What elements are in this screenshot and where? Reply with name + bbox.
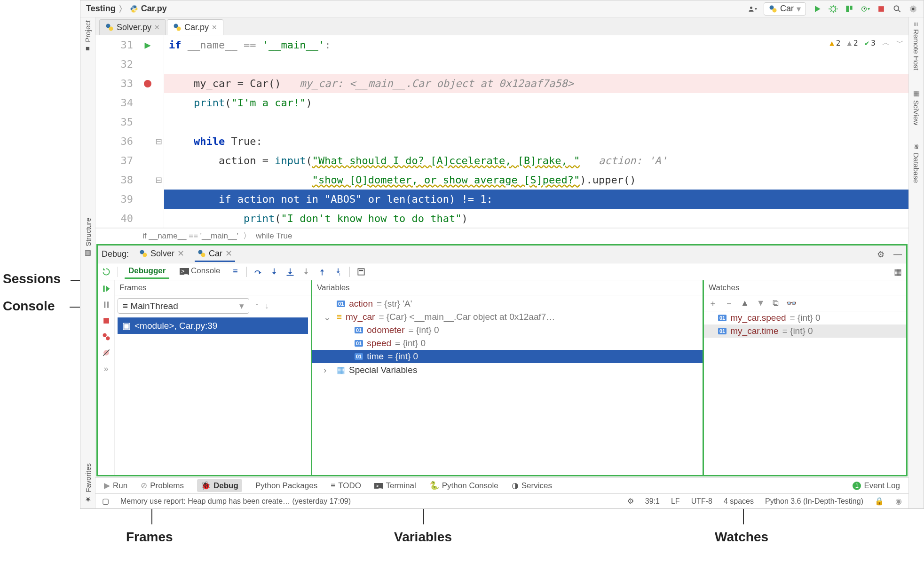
code-editor[interactable]: 31 32 33 34 35 36 37 38 39 40 ▶ (95, 35, 908, 228)
close-icon[interactable]: ✕ (177, 248, 184, 259)
debug-icon[interactable] (829, 4, 838, 14)
code-area[interactable]: if __name__ == '__main__': my_car = Car(… (164, 35, 908, 228)
prev-highlight-icon[interactable]: ︿ (882, 38, 890, 48)
gear-icon[interactable] (908, 4, 918, 14)
threads-icon[interactable]: ≡ (230, 267, 240, 277)
status-encoding[interactable]: UTF-8 (691, 497, 712, 506)
next-frame-icon[interactable]: ↓ (265, 301, 269, 311)
svg-point-16 (201, 253, 205, 257)
tool-todo[interactable]: ≡TODO (331, 481, 361, 491)
run-icon[interactable] (813, 4, 822, 14)
rerun-icon[interactable] (102, 267, 111, 277)
gear-icon[interactable]: ⚙ (876, 250, 885, 259)
status-indent[interactable]: 4 spaces (724, 497, 754, 506)
breakpoint-gutter[interactable]: ▶ (142, 35, 154, 228)
tool-event-log[interactable]: 1Event Log (853, 481, 900, 491)
force-step-into-icon[interactable] (301, 267, 311, 277)
status-tool-icon[interactable]: ▢ (102, 497, 109, 506)
svg-text:I: I (340, 272, 340, 277)
coverage-icon[interactable] (845, 4, 854, 14)
close-icon[interactable]: ✕ (212, 24, 217, 31)
console-tab[interactable]: >_Console (176, 264, 224, 279)
pause-icon[interactable] (102, 300, 111, 309)
warning-icon: ▲ (829, 39, 834, 48)
step-into-my-icon[interactable] (285, 267, 295, 277)
breakpoint-icon[interactable] (144, 80, 151, 87)
tool-python-console[interactable]: 🐍Python Console (429, 481, 498, 491)
editor-tab-car[interactable]: Car.py ✕ (167, 19, 223, 35)
add-watch-icon[interactable]: ＋ (709, 298, 717, 309)
watch-row[interactable]: 01 my_car.speed = {int} 0 (704, 311, 906, 325)
layout-icon[interactable]: ▦ (893, 267, 902, 277)
remove-watch-icon[interactable]: － (725, 298, 733, 309)
variable-row[interactable]: › ▦ Special Variables (312, 363, 703, 377)
variable-row[interactable]: 01 speed = {int} 0 (312, 337, 703, 350)
stack-frame[interactable]: ▣ <module>, Car.py:39 (118, 317, 308, 334)
search-icon[interactable] (892, 4, 902, 14)
tool-run[interactable]: ▶Run (104, 481, 127, 491)
tool-database[interactable]: ≋Database (912, 144, 921, 183)
glasses-icon[interactable]: 👓 (786, 298, 797, 309)
breadcrumb-file[interactable]: Car.py (141, 4, 167, 14)
session-tab-solver[interactable]: Solver ✕ (136, 246, 187, 262)
code-breadcrumb[interactable]: if __name__ == '__main__'〉while True (95, 228, 908, 243)
next-highlight-icon[interactable]: ﹀ (896, 38, 904, 48)
copy-icon[interactable]: ⧉ (773, 298, 779, 308)
tool-remote-host[interactable]: ≡Remote Host (912, 22, 920, 70)
tool-structure[interactable]: ▥Structure (84, 218, 92, 258)
step-into-icon[interactable] (269, 267, 279, 277)
run-to-cursor-icon[interactable]: I (333, 267, 343, 277)
debugger-tab[interactable]: Debugger (125, 264, 169, 279)
thread-selector[interactable]: ≡ MainThread ▾ (118, 298, 249, 314)
status-message[interactable]: Memory use report: Heap dump has been cr… (120, 497, 351, 506)
user-icon[interactable]: ▾ (748, 4, 757, 14)
prev-frame-icon[interactable]: ↑ (255, 301, 259, 311)
fold-gutter[interactable]: ⊟⊟ (154, 35, 164, 228)
variable-row[interactable]: 01 time = {int} 0 (312, 350, 703, 363)
lock-icon[interactable]: 🔒 (875, 497, 884, 506)
tool-sciview[interactable]: ▦SciView (912, 89, 921, 125)
tool-project[interactable]: ■Project (84, 20, 92, 53)
profile-icon[interactable]: ▾ (861, 4, 870, 14)
status-inspector-icon[interactable]: ◉ (895, 497, 902, 506)
run-gutter-icon[interactable]: ▶ (144, 35, 150, 55)
minimize-icon[interactable]: — (893, 250, 902, 259)
watch-row[interactable]: 01 my_car.time = {int} 0 (704, 325, 906, 338)
step-over-icon[interactable] (253, 267, 263, 277)
status-sdk[interactable]: Python 3.6 (In-Depth-Testing) (765, 497, 863, 506)
breadcrumb-project[interactable]: Testing (86, 4, 116, 14)
inspection-summary[interactable]: ▲2 ▲2 ✔3 ︿ ﹀ (829, 38, 904, 48)
status-caret-pos[interactable]: 39:1 (645, 497, 660, 506)
close-icon[interactable]: ✕ (225, 248, 232, 259)
move-up-icon[interactable]: ▲ (741, 298, 749, 308)
stop-icon[interactable] (877, 4, 886, 14)
status-admin-icon[interactable]: ⚙ (627, 497, 634, 506)
variable-row[interactable]: 01 odometer = {int} 0 (312, 324, 703, 337)
variable-row[interactable]: ⌄ ≡ my_car = {Car} <__main__.Car object … (312, 310, 703, 324)
run-config-selector[interactable]: Car ▾ (764, 2, 806, 16)
expand-icon[interactable]: › (324, 365, 326, 375)
variable-row[interactable]: 01 action = {str} 'A' (312, 297, 703, 310)
session-tab-car[interactable]: Car ✕ (195, 246, 235, 262)
editor-tab-solver[interactable]: Solver.py ✕ (99, 19, 166, 35)
tool-services[interactable]: ◑Services (512, 481, 552, 491)
tool-terminal[interactable]: >_Terminal (374, 481, 416, 491)
variables-pane: Variables 01 action = {str} 'A' ⌄ ≡ my_c… (312, 280, 704, 475)
tool-python-packages[interactable]: Python Packages (255, 481, 317, 491)
more-icon[interactable]: » (102, 364, 111, 373)
tool-problems[interactable]: ⊘Problems (141, 481, 184, 491)
resume-icon[interactable] (102, 284, 111, 293)
view-breakpoints-icon[interactable] (102, 332, 111, 341)
move-down-icon[interactable]: ▼ (757, 298, 765, 308)
stop-icon[interactable] (102, 316, 111, 325)
expand-icon[interactable]: ⌄ (324, 312, 331, 323)
step-out-icon[interactable] (317, 267, 327, 277)
tool-favorites[interactable]: ★Favorites (84, 463, 92, 504)
mute-breakpoints-icon[interactable] (102, 348, 111, 357)
navigation-bar: Testing 〉 Car.py ▾ Car ▾ ▾ (80, 0, 924, 17)
tool-debug[interactable]: 🐞Debug (197, 479, 242, 492)
evaluate-icon[interactable] (356, 267, 366, 277)
status-line-sep[interactable]: LF (671, 497, 680, 506)
close-icon[interactable]: ✕ (154, 24, 160, 31)
svg-point-0 (133, 6, 134, 7)
